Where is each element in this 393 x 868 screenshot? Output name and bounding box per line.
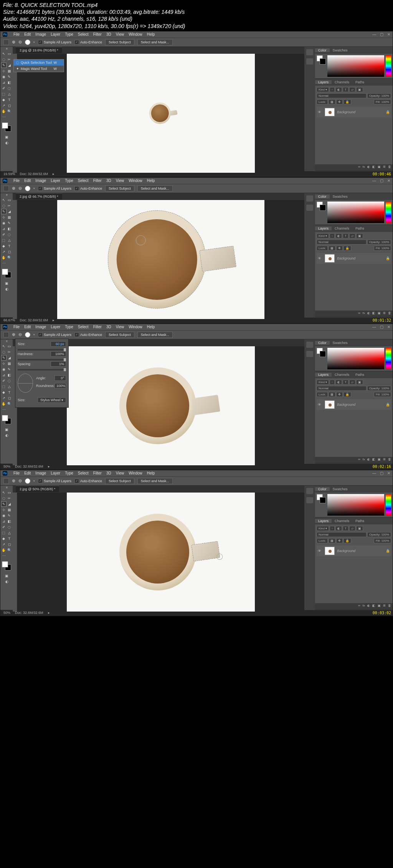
tool-3-a[interactable]: ⊹ xyxy=(1,507,7,513)
tool-6-a[interactable]: ✐ xyxy=(1,86,7,91)
filter-shape-icon[interactable]: ▱ xyxy=(349,526,355,531)
layer-filter-kind[interactable]: Kind ▾ xyxy=(317,526,329,531)
tool-5-a[interactable]: ⊿ xyxy=(1,372,7,378)
layer-background[interactable]: 👁 Background 🔒 xyxy=(317,546,391,556)
filter-smart-icon[interactable]: ▣ xyxy=(356,233,363,238)
maximize-button[interactable]: ▢ xyxy=(380,179,383,183)
tool-6-a[interactable]: ✐ xyxy=(1,378,7,384)
select-and-mask-button[interactable]: Select and Mask... xyxy=(137,332,173,338)
layer-thumbnail[interactable] xyxy=(325,547,335,555)
menu-3d[interactable]: 3D xyxy=(106,471,111,475)
blend-mode-dropdown[interactable]: Normal xyxy=(317,386,367,391)
menu-type[interactable]: Type xyxy=(65,325,73,329)
collapsed-panel-icon[interactable] xyxy=(306,488,313,494)
panel-swatches[interactable] xyxy=(317,202,326,211)
layer-action-icon[interactable]: ◐ xyxy=(367,604,370,608)
close-button[interactable]: ✕ xyxy=(387,471,390,475)
menu-image[interactable]: Image xyxy=(35,471,46,475)
flyout-magic-wand[interactable]: ✦Magic Wand ToolW xyxy=(14,66,64,72)
collapsed-panel-icon[interactable] xyxy=(306,342,313,348)
mode-subtract-icon[interactable]: ⊖ xyxy=(18,40,22,45)
tool-7-b[interactable]: △ xyxy=(7,91,12,97)
lock-position-icon[interactable]: ✥ xyxy=(336,392,343,397)
tool-7-b[interactable]: △ xyxy=(7,384,12,389)
mode-add-icon[interactable]: ⊕ xyxy=(12,186,15,191)
minimize-button[interactable]: — xyxy=(372,325,376,329)
tool-11-a[interactable]: ⋯ xyxy=(1,261,7,266)
screen-mode-icon[interactable]: ▣ xyxy=(1,573,12,579)
auto-enhance-checkbox[interactable]: Auto-Enhance xyxy=(74,40,102,45)
blend-mode-dropdown[interactable]: Normal xyxy=(317,532,367,537)
color-spectrum[interactable] xyxy=(327,202,384,223)
filter-shape-icon[interactable]: ▱ xyxy=(349,380,355,385)
opacity-field[interactable]: Opacity: 100% xyxy=(367,386,391,391)
toolbar-grip[interactable]: ⠿ xyxy=(1,194,12,197)
layer-action-icon[interactable]: ⊞ xyxy=(383,458,386,462)
tab-channels[interactable]: Channels xyxy=(332,519,352,523)
layer-filter-kind[interactable]: Kind ▾ xyxy=(317,380,329,385)
menu-select[interactable]: Select xyxy=(78,325,89,329)
tool-4-a[interactable]: ◉ xyxy=(1,513,7,518)
menu-window[interactable]: Window xyxy=(129,32,142,36)
tool-9-a[interactable]: ↗ xyxy=(1,103,7,108)
tool-9-a[interactable]: ↗ xyxy=(1,395,7,401)
lock-pixels-icon[interactable]: ▦ xyxy=(329,246,335,251)
menu-edit[interactable]: Edit xyxy=(24,32,31,36)
brush-spacing-slider[interactable] xyxy=(18,369,66,370)
tab-color[interactable]: Color xyxy=(315,341,330,345)
tool-10-b[interactable]: 🔍 xyxy=(7,109,12,114)
fill-field[interactable]: Fill: 100% xyxy=(374,538,391,543)
tab-paths[interactable]: Paths xyxy=(352,519,367,523)
tool-10-a[interactable]: ✋ xyxy=(1,109,7,114)
layer-action-icon[interactable]: ∞ xyxy=(358,458,360,462)
layer-filter-kind[interactable]: Kind ▾ xyxy=(317,233,329,238)
tab-swatches[interactable]: Swatches xyxy=(330,341,351,345)
tool-4-b[interactable]: ✎ xyxy=(7,220,12,226)
menu-edit[interactable]: Edit xyxy=(24,325,31,329)
tab-swatches[interactable]: Swatches xyxy=(330,195,351,198)
menu-layer[interactable]: Layer xyxy=(51,471,60,475)
foreground-color-swatch[interactable] xyxy=(2,561,8,567)
menu-type[interactable]: Type xyxy=(65,179,73,183)
brush-size-slider[interactable] xyxy=(18,349,66,351)
blend-mode-dropdown[interactable]: Normal xyxy=(317,240,367,245)
brush-angle-control[interactable] xyxy=(18,374,33,393)
tool-4-a[interactable]: ◉ xyxy=(1,74,7,79)
menu-window[interactable]: Window xyxy=(129,325,142,329)
tab-layers[interactable]: Layers xyxy=(315,373,332,377)
maximize-button[interactable]: ▢ xyxy=(380,471,383,475)
tool-7-b[interactable]: △ xyxy=(7,530,12,536)
tool-0-a[interactable]: ↖ xyxy=(1,490,7,495)
layer-action-icon[interactable]: 🗑 xyxy=(388,604,391,608)
lock-position-icon[interactable]: ✥ xyxy=(336,99,343,104)
tool-5-a[interactable]: ⊿ xyxy=(1,519,7,524)
tool-4-a[interactable]: ◉ xyxy=(1,367,7,372)
tool-3-b[interactable]: ▦ xyxy=(7,68,12,74)
layer-action-icon[interactable]: fx xyxy=(363,604,365,608)
layer-action-icon[interactable]: ∞ xyxy=(358,604,360,608)
brush-dropdown-icon[interactable]: ▾ xyxy=(33,479,35,483)
tool-4-a[interactable]: ◉ xyxy=(1,220,7,226)
tool-3-b[interactable]: ▦ xyxy=(7,361,12,366)
foreground-color-swatch[interactable] xyxy=(2,269,8,275)
brush-size-value[interactable]: 60 px xyxy=(51,341,66,347)
opacity-field[interactable]: Opacity: 100% xyxy=(367,93,391,98)
tool-5-b[interactable]: ◧ xyxy=(7,372,12,378)
brush-angle-value[interactable]: 0° xyxy=(54,375,66,381)
layer-action-icon[interactable]: ◧ xyxy=(372,165,375,170)
quick-mask-icon[interactable]: ◐ xyxy=(1,579,12,584)
layer-action-icon[interactable]: ∞ xyxy=(358,311,360,316)
brush-preview[interactable] xyxy=(25,332,30,337)
layer-action-icon[interactable]: ◧ xyxy=(372,604,375,608)
lock-position-icon[interactable]: ✥ xyxy=(336,538,343,543)
tab-layers[interactable]: Layers xyxy=(315,227,332,230)
menu-help[interactable]: Help xyxy=(147,325,155,329)
layer-background[interactable]: 👁 Background 🔒 xyxy=(317,107,391,117)
layer-action-icon[interactable]: 🗑 xyxy=(388,165,391,170)
tool-8-b[interactable]: T xyxy=(7,97,12,103)
tool-1-b[interactable]: ✂ xyxy=(7,57,12,62)
sample-all-layers-checkbox[interactable]: Sample All Layers xyxy=(38,40,71,45)
tool-2-a[interactable]: ✎ xyxy=(1,355,7,360)
quick-mask-icon[interactable]: ◐ xyxy=(1,433,12,438)
tool-10-b[interactable]: 🔍 xyxy=(7,255,12,260)
